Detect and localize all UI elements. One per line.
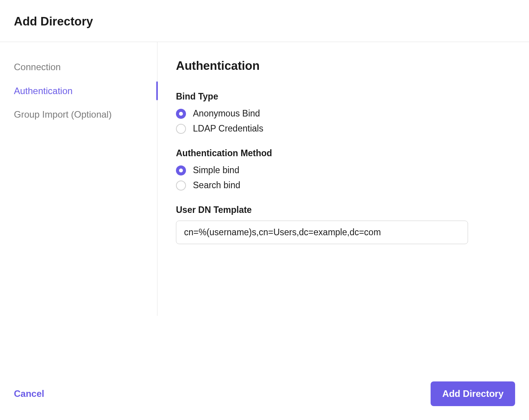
radio-ldap-credentials[interactable]: LDAP Credentials [176,122,510,135]
radio-anonymous-bind[interactable]: Anonymous Bind [176,107,510,120]
radio-icon [176,180,186,191]
dialog-title: Add Directory [14,15,515,29]
sidebar: Connection Authentication Group Import (… [0,42,157,316]
radio-simple-bind[interactable]: Simple bind [176,164,510,177]
bind-type-label: Bind Type [176,91,510,102]
user-dn-template-input[interactable] [176,221,468,244]
add-directory-button[interactable]: Add Directory [431,381,515,406]
bind-type-section: Bind Type Anonymous Bind LDAP Credential… [176,91,510,135]
radio-label: Search bind [193,180,240,191]
radio-icon [176,124,186,134]
sidebar-item-connection[interactable]: Connection [0,55,157,79]
dialog-header: Add Directory [0,0,529,42]
sidebar-item-label: Authentication [14,86,73,96]
auth-method-label: Authentication Method [176,148,510,159]
user-dn-template-label: User DN Template [176,205,510,215]
dialog-body: Connection Authentication Group Import (… [0,42,529,371]
cancel-button[interactable]: Cancel [14,388,44,399]
radio-icon [176,165,186,175]
radio-label: Simple bind [193,165,239,175]
dialog-footer: Cancel Add Directory [0,371,529,420]
section-heading: Authentication [176,59,510,73]
sidebar-item-authentication[interactable]: Authentication [0,79,157,103]
sidebar-item-group-import[interactable]: Group Import (Optional) [0,103,157,127]
radio-label: LDAP Credentials [193,123,263,134]
sidebar-item-label: Connection [14,62,61,72]
radio-label: Anonymous Bind [193,108,260,119]
radio-search-bind[interactable]: Search bind [176,179,510,192]
sidebar-item-label: Group Import (Optional) [14,109,112,120]
user-dn-template-section: User DN Template [176,205,510,244]
auth-method-section: Authentication Method Simple bind Search… [176,148,510,192]
radio-icon [176,109,186,119]
main-panel: Authentication Bind Type Anonymous Bind … [157,42,529,371]
